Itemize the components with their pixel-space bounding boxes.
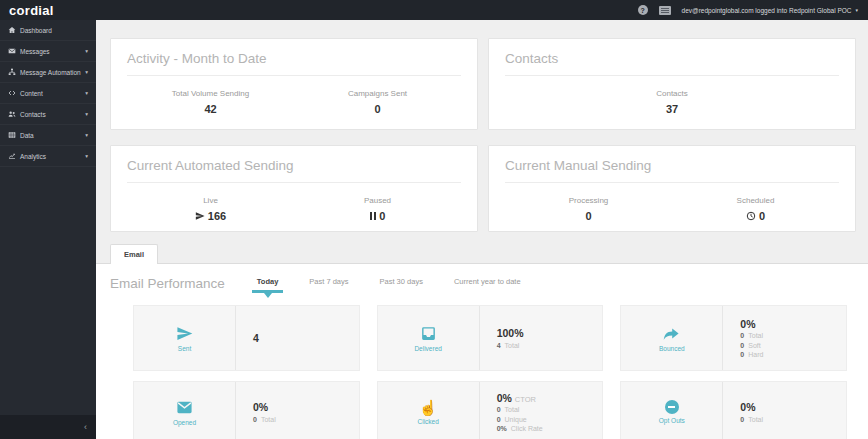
chevron-down-icon: ▾ — [85, 111, 88, 117]
stat-paused: Paused 0 — [294, 196, 461, 222]
sidebar: Dashboard Messages ▾ Message Automation … — [0, 20, 96, 439]
sidebar-item-label: Data — [20, 132, 34, 139]
card-title: Contacts — [505, 51, 839, 76]
manual-sending-card: Current Manual Sending Processing 0 Sche… — [488, 145, 856, 232]
chevron-down-icon: ▾ — [85, 90, 88, 96]
app-window: cordial ? dev@redpointglobal.com logged … — [0, 0, 868, 439]
hand-pointer-icon: ☝ — [419, 400, 438, 415]
clock-icon — [746, 211, 756, 221]
chevron-down-icon: ▾ — [855, 7, 858, 13]
channel-tabs: Email — [110, 243, 868, 263]
stat-contacts: Contacts 37 — [505, 89, 839, 115]
bounce-arrow-icon — [663, 325, 680, 342]
sidebar-item-label: Contacts — [20, 111, 46, 118]
main-content: Activity - Month to Date Total Volume Se… — [96, 20, 868, 439]
metric-delivered: Delivered 100% 4Total — [377, 305, 604, 371]
automated-sending-card: Current Automated Sending Live 166 Pause… — [110, 145, 478, 232]
range-tab-today[interactable]: Today — [257, 275, 279, 291]
paper-plane-icon — [176, 325, 193, 342]
pause-icon — [370, 212, 377, 220]
stat-processing: Processing 0 — [505, 196, 672, 222]
notifications-icon[interactable] — [659, 6, 671, 15]
card-title: Activity - Month to Date — [127, 51, 461, 76]
stat-campaigns-sent: Campaigns Sent 0 — [294, 89, 461, 115]
metric-sent: Sent 4 — [133, 305, 360, 371]
range-tab-past-30-days[interactable]: Past 30 days — [380, 275, 423, 291]
chevron-down-icon: ▾ — [85, 132, 88, 138]
sidebar-item-label: Message Automation — [20, 69, 81, 76]
email-performance-panel: Email Performance Today Past 7 days Past… — [96, 263, 868, 439]
metric-opened: Opened 0% 0Total — [133, 381, 360, 439]
envelope-icon — [8, 47, 20, 55]
envelope-icon — [176, 399, 193, 416]
stat-total-volume-sending: Total Volume Sending 42 — [127, 89, 294, 115]
sidebar-item-message-automation[interactable]: Message Automation ▾ — [0, 62, 96, 83]
code-icon — [8, 89, 20, 97]
tab-email[interactable]: Email — [110, 244, 158, 264]
topbar: cordial ? dev@redpointglobal.com logged … — [0, 0, 868, 20]
sidebar-item-dashboard[interactable]: Dashboard — [0, 20, 96, 41]
sidebar-collapse-button[interactable]: ‹ — [0, 415, 96, 439]
automation-icon — [8, 68, 20, 76]
sidebar-item-label: Messages — [20, 48, 50, 55]
topbar-right: ? dev@redpointglobal.com logged into Red… — [638, 5, 868, 15]
date-range-tabs: Today Past 7 days Past 30 days Current y… — [257, 275, 521, 291]
metric-clicked: ☝ Clicked 0%CTOR 0Total 0Unique 0%Click … — [377, 381, 604, 439]
session-text: dev@redpointglobal.com logged into Redpo… — [682, 7, 852, 14]
activity-card: Activity - Month to Date Total Volume Se… — [110, 38, 478, 130]
sidebar-item-analytics[interactable]: Analytics ▾ — [0, 146, 96, 167]
overview-row-2: Current Automated Sending Live 166 Pause… — [110, 145, 856, 232]
chevron-down-icon: ▾ — [85, 153, 88, 159]
users-icon — [8, 110, 20, 118]
sidebar-item-label: Dashboard — [20, 27, 52, 34]
stat-live: Live 166 — [127, 196, 294, 222]
paper-plane-icon — [195, 211, 205, 221]
user-session-menu[interactable]: dev@redpointglobal.com logged into Redpo… — [682, 7, 858, 14]
inbox-icon — [420, 325, 437, 342]
range-tab-current-year-to-date[interactable]: Current year to date — [454, 275, 521, 291]
minus-circle-icon — [665, 400, 679, 414]
metric-bounced: Bounced 0% 0Total 0Soft 0Hard — [620, 305, 847, 371]
home-icon — [8, 26, 20, 34]
chart-line-icon — [8, 152, 20, 160]
chevron-down-icon: ▾ — [85, 69, 88, 75]
chevron-down-icon: ▾ — [85, 48, 88, 54]
card-title: Current Manual Sending — [505, 158, 839, 183]
sidebar-item-label: Analytics — [20, 153, 46, 160]
contacts-card: Contacts Contacts 37 — [488, 38, 856, 130]
range-tab-past-7-days[interactable]: Past 7 days — [309, 275, 348, 291]
sidebar-item-contacts[interactable]: Contacts ▾ — [0, 104, 96, 125]
help-icon[interactable]: ? — [638, 5, 648, 15]
stat-scheduled: Scheduled 0 — [672, 196, 839, 222]
sidebar-item-content[interactable]: Content ▾ — [0, 83, 96, 104]
email-performance-title: Email Performance — [110, 276, 225, 291]
cordial-logo: cordial — [0, 3, 54, 18]
card-title: Current Automated Sending — [127, 158, 461, 183]
collapse-arrow-icon: ‹ — [84, 422, 87, 432]
metric-opt-outs: Opt Outs 0% 0Total — [620, 381, 847, 439]
overview-row-1: Activity - Month to Date Total Volume Se… — [110, 38, 856, 130]
sidebar-item-label: Content — [20, 90, 43, 97]
sidebar-item-messages[interactable]: Messages ▾ — [0, 41, 96, 62]
sidebar-item-data[interactable]: Data ▾ — [0, 125, 96, 146]
email-metrics-grid: Sent 4 Delivered 100% 4Total — [133, 305, 847, 439]
table-icon — [8, 131, 20, 139]
